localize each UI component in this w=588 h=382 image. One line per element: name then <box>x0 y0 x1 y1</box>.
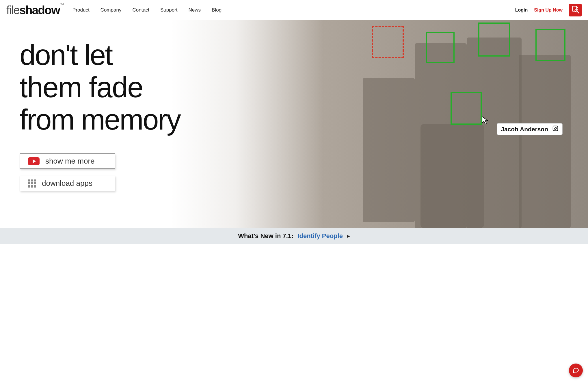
photo-figure <box>420 124 484 228</box>
photo-figure <box>363 78 415 222</box>
face-box-identified[interactable] <box>451 92 482 125</box>
chat-fab-button[interactable] <box>569 364 583 377</box>
app-launcher-button[interactable] <box>569 4 582 16</box>
cta-video-label: show me more <box>45 157 95 166</box>
face-box-identified[interactable] <box>426 32 455 63</box>
download-apps-button[interactable]: download apps <box>20 176 115 191</box>
youtube-icon <box>28 157 40 165</box>
login-link[interactable]: Login <box>515 8 528 13</box>
brand-logo[interactable]: fileshadow TM <box>6 4 60 16</box>
nav-blog[interactable]: Blog <box>212 7 222 13</box>
whats-new-label: What's New in 7.1: <box>238 232 293 240</box>
nav-company[interactable]: Company <box>101 7 122 13</box>
show-me-more-button[interactable]: show me more <box>20 153 115 169</box>
hero-cta-group: show me more download apps <box>20 153 237 191</box>
hero-headline: don't let them fade from memory <box>20 39 237 136</box>
nav-support[interactable]: Support <box>160 7 178 13</box>
nav-product[interactable]: Product <box>72 7 90 13</box>
hero-section: Jacob Anderson don't let them fade from … <box>0 20 588 228</box>
nav-news[interactable]: News <box>189 7 201 13</box>
top-nav: fileshadow TM Product Company Contact Su… <box>0 0 588 20</box>
hero-line-3: from memory <box>20 103 237 136</box>
signup-link[interactable]: Sign Up Now <box>534 8 563 13</box>
whats-new-bar: What's New in 7.1: Identify People ▶ <box>0 228 588 244</box>
cta-apps-label: download apps <box>42 179 92 188</box>
primary-nav: Product Company Contact Support News Blo… <box>72 7 222 13</box>
whats-new-link[interactable]: Identify People <box>297 232 343 240</box>
hero-line-1: don't let <box>20 39 237 71</box>
photo-figure <box>519 55 571 228</box>
face-box-identified[interactable] <box>535 29 565 61</box>
brand-part-shadow: shadow <box>19 4 60 16</box>
svg-rect-3 <box>553 126 558 131</box>
brand-part-file: file <box>6 4 19 16</box>
person-tag-name: Jacob Anderson <box>501 126 548 133</box>
nav-right: Login Sign Up Now <box>515 4 582 16</box>
face-box-unidentified[interactable] <box>372 26 404 58</box>
svg-line-2 <box>578 12 579 13</box>
hero-copy: don't let them fade from memory show me … <box>0 20 237 191</box>
face-box-identified[interactable] <box>478 23 510 57</box>
person-tag-popover[interactable]: Jacob Anderson <box>497 123 563 135</box>
nav-contact[interactable]: Contact <box>132 7 149 13</box>
hero-line-2: them fade <box>20 71 237 103</box>
edit-icon <box>552 125 559 133</box>
chevron-right-icon: ▶ <box>347 234 350 238</box>
chat-icon <box>572 366 579 374</box>
apps-grid-icon <box>28 179 36 188</box>
search-doc-icon <box>571 5 579 15</box>
brand-tm: TM <box>60 3 63 5</box>
